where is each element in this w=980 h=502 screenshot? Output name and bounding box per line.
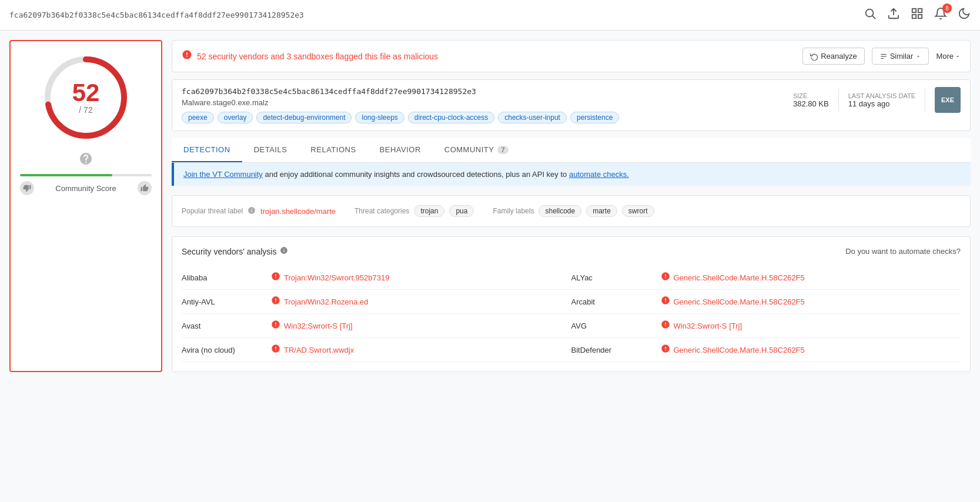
tab-badge: 7 bbox=[497, 146, 509, 154]
vendor-name: Arcabit bbox=[571, 297, 654, 306]
header-icons: 8 bbox=[864, 7, 971, 23]
meta-divider bbox=[838, 88, 839, 112]
search-icon[interactable] bbox=[864, 7, 877, 23]
detection-name: TR/AD.Swrort.wwdjx bbox=[284, 346, 354, 354]
automate-link[interactable]: automate checks. bbox=[569, 170, 629, 179]
threat-icon bbox=[661, 344, 670, 356]
detection-name: Win32:Swrort-S [Trj] bbox=[284, 322, 353, 330]
threat-info-icon bbox=[247, 206, 256, 216]
vendor-name: Antiy-AVL bbox=[182, 297, 264, 306]
file-info: fca62097b364b2f0338c5e4c5bac86134cedffa4… bbox=[172, 79, 971, 131]
thumb-up-icon[interactable] bbox=[138, 181, 152, 195]
analysis-value: 11 days ago bbox=[848, 99, 915, 108]
threat-cat-trojan[interactable]: trojan bbox=[414, 205, 444, 217]
family-shellcode[interactable]: shellcode bbox=[539, 205, 581, 217]
file-meta-section: Size 382.80 KB Last Analysis Date 11 day… bbox=[793, 87, 961, 113]
upload-icon[interactable] bbox=[887, 7, 900, 23]
file-analysis-meta: Last Analysis Date 11 days ago bbox=[848, 92, 915, 108]
vendor-row: AVG Win32:Swrort-S [Trj] bbox=[571, 314, 961, 338]
vendor-row: Alibaba Trojan:Win32/Swrort.952b7319 bbox=[182, 266, 571, 290]
family-labels-item: Family labels shellcode marte swrort bbox=[493, 205, 654, 217]
svg-rect-5 bbox=[912, 15, 916, 18]
community-score-row: Community Score bbox=[20, 181, 152, 195]
popular-threat-item: Popular threat label trojan.shellcode/ma… bbox=[182, 206, 336, 216]
tab-behavior[interactable]: BEHAVIOR bbox=[368, 138, 433, 162]
meta-divider2 bbox=[925, 88, 925, 112]
family-swrort[interactable]: swrort bbox=[622, 205, 654, 217]
vendors-section: Security vendors' analysis Do you want t… bbox=[172, 236, 971, 372]
theme-icon[interactable] bbox=[958, 7, 971, 23]
score-text: 52 / 72 bbox=[72, 81, 100, 115]
file-name: Malware.stage0.exe.malz bbox=[182, 98, 619, 107]
file-tag[interactable]: peexe bbox=[182, 112, 214, 123]
file-tag[interactable]: checks-user-input bbox=[498, 112, 567, 123]
more-button[interactable]: More bbox=[936, 52, 961, 61]
tab-detection[interactable]: DETECTION bbox=[172, 138, 242, 162]
popular-threat-label: Popular threat label bbox=[182, 207, 243, 215]
score-total: / 72 bbox=[72, 105, 100, 115]
right-panel: 52 security vendors and 3 sandboxes flag… bbox=[172, 40, 971, 372]
similar-button[interactable]: Similar bbox=[872, 48, 929, 65]
vendors-info-icon bbox=[280, 246, 288, 256]
family-label: Family labels bbox=[493, 207, 534, 215]
svg-rect-6 bbox=[918, 15, 922, 18]
tags-row: peexeoverlaydetect-debug-environmentlong… bbox=[182, 112, 619, 123]
community-bar bbox=[20, 174, 152, 176]
file-hash: fca62097b364b2f0338c5e4c5bac86134cedffa4… bbox=[182, 87, 619, 96]
threat-icon bbox=[271, 272, 280, 283]
vendor-name: Avira (no cloud) bbox=[182, 346, 264, 354]
vendor-detection: Generic.ShellCode.Marte.H.58C262F5 bbox=[661, 344, 961, 356]
svg-point-0 bbox=[866, 9, 874, 17]
grid-icon[interactable] bbox=[911, 7, 924, 23]
threat-icon bbox=[271, 344, 280, 356]
thumb-down-icon[interactable] bbox=[20, 181, 34, 195]
vendors-header: Security vendors' analysis Do you want t… bbox=[182, 246, 961, 256]
vendor-row: Arcabit Generic.ShellCode.Marte.H.58C262… bbox=[571, 290, 961, 314]
vendors-grid: Alibaba Trojan:Win32/Swrort.952b7319 ALY… bbox=[182, 266, 961, 362]
threat-icon bbox=[271, 296, 280, 307]
size-label: Size bbox=[793, 92, 829, 99]
threat-section: Popular threat label trojan.shellcode/ma… bbox=[172, 195, 971, 227]
detection-name: Generic.ShellCode.Marte.H.58C262F5 bbox=[674, 273, 805, 282]
file-info-row: fca62097b364b2f0338c5e4c5bac86134cedffa4… bbox=[182, 87, 961, 123]
header: fca62097b364b2f0338c5e4c5bac86134cedffa4… bbox=[0, 0, 980, 31]
community-banner: Join the VT Community and enjoy addition… bbox=[172, 163, 971, 186]
threat-icon bbox=[661, 320, 670, 332]
threat-cat-pua[interactable]: pua bbox=[449, 205, 474, 217]
detection-name: Trojan/Win32.Rozena.ed bbox=[284, 297, 368, 306]
vendor-detection: Win32:Swrort-S [Trj] bbox=[661, 320, 961, 332]
reanalyze-button[interactable]: Reanalyze bbox=[802, 48, 864, 65]
family-marte[interactable]: marte bbox=[586, 205, 617, 217]
community-bar-fill bbox=[20, 174, 112, 176]
score-number: 52 bbox=[72, 81, 100, 105]
notifications-icon[interactable]: 8 bbox=[934, 7, 947, 23]
threat-icon bbox=[661, 296, 670, 307]
main-content: 52 / 72 Community Score bbox=[0, 31, 980, 381]
file-tag[interactable]: overlay bbox=[218, 112, 253, 123]
tab-relations[interactable]: RELATIONS bbox=[299, 138, 367, 162]
file-tag[interactable]: long-sleeps bbox=[355, 112, 404, 123]
alert-banner: 52 security vendors and 3 sandboxes flag… bbox=[172, 40, 971, 72]
alert-actions: Reanalyze Similar More bbox=[802, 48, 961, 65]
file-tag[interactable]: detect-debug-environment bbox=[256, 112, 352, 123]
file-tag[interactable]: direct-cpu-clock-access bbox=[408, 112, 494, 123]
threat-icon bbox=[661, 272, 670, 283]
detection-name: Generic.ShellCode.Marte.H.58C262F5 bbox=[674, 297, 805, 306]
svg-rect-4 bbox=[918, 9, 922, 12]
vendor-name: Avast bbox=[182, 322, 264, 330]
vendor-detection: Generic.ShellCode.Marte.H.58C262F5 bbox=[661, 296, 961, 307]
vendor-detection: Trojan:Win32/Swrort.952b7319 bbox=[271, 272, 571, 283]
vendor-name: AVG bbox=[571, 322, 654, 330]
vendor-row: BitDefender Generic.ShellCode.Marte.H.58… bbox=[571, 338, 961, 362]
alert-text: 52 security vendors and 3 sandboxes flag… bbox=[197, 52, 438, 61]
threat-icon bbox=[271, 320, 280, 332]
header-hash: fca62097b364b2f0338c5e4c5bac86134cedffa4… bbox=[9, 11, 864, 19]
tab-details[interactable]: DETAILS bbox=[242, 138, 299, 162]
svg-line-1 bbox=[872, 16, 875, 19]
file-size-meta: Size 382.80 KB bbox=[793, 92, 829, 108]
file-tag[interactable]: persistence bbox=[570, 112, 619, 123]
vendor-detection: TR/AD.Swrort.wwdjx bbox=[271, 344, 571, 356]
community-join-link[interactable]: Join the VT Community bbox=[183, 170, 263, 179]
notification-badge: 8 bbox=[942, 4, 952, 13]
tab-community[interactable]: COMMUNITY7 bbox=[433, 138, 520, 162]
